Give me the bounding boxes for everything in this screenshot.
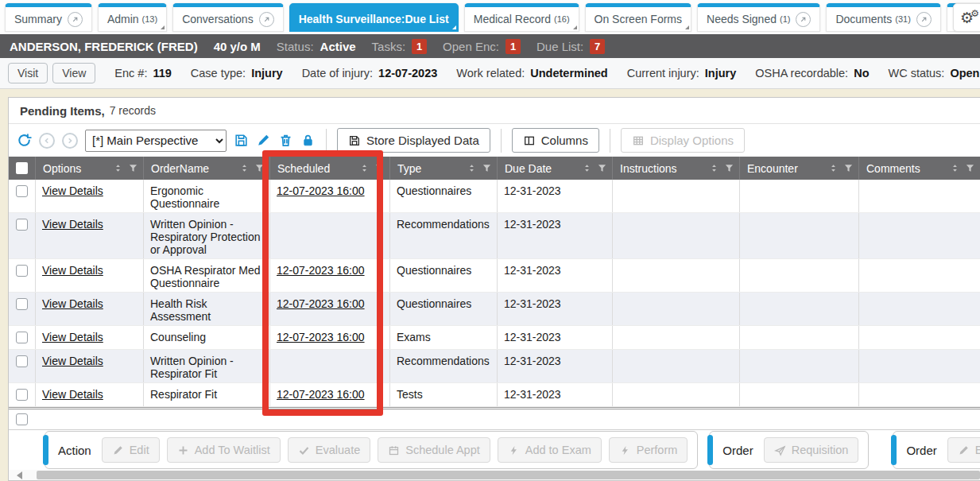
row-checkbox[interactable] — [16, 389, 28, 401]
tab-admin[interactable]: Admin (13) — [98, 3, 167, 32]
sort-icon[interactable] — [113, 163, 123, 173]
row-checkbox[interactable] — [16, 298, 28, 310]
filter-icon[interactable] — [965, 163, 975, 173]
visit-button[interactable]: Visit — [8, 63, 48, 83]
column-header-comments[interactable]: Comments — [859, 157, 980, 180]
filter-icon[interactable] — [597, 163, 607, 173]
column-header-options[interactable]: Options — [36, 157, 144, 180]
scheduled-link[interactable]: 12-07-2023 16:00 — [277, 264, 365, 277]
sort-icon[interactable] — [239, 163, 250, 173]
view-details-link[interactable]: View Details — [42, 297, 103, 310]
view-details-link[interactable]: View Details — [42, 264, 103, 277]
save-perspective-icon[interactable] — [234, 133, 249, 148]
requisition-button[interactable]: Requisition — [764, 437, 859, 463]
plus-icon — [177, 444, 189, 456]
encounter-cell — [740, 293, 859, 325]
next-perspective-button[interactable] — [62, 133, 78, 149]
scheduled-link[interactable]: 12-07-2023 16:00 — [277, 331, 365, 343]
column-header-scheduled[interactable]: Scheduled — [270, 157, 390, 180]
schedule-appt-button[interactable]: Schedule Appt — [378, 437, 490, 463]
grid-toolbar: [*] Main Perspective Store Displayed Dat… — [9, 124, 980, 157]
view-details-link[interactable]: View Details — [42, 388, 103, 401]
popout-icon[interactable] — [916, 12, 932, 27]
select-all-checkbox[interactable] — [16, 162, 28, 174]
group-accent-bar — [43, 435, 48, 465]
tab-documents[interactable]: Documents (31) — [826, 3, 940, 32]
popout-icon[interactable] — [796, 12, 811, 27]
tab-summary[interactable]: Summary — [5, 3, 92, 32]
sort-icon[interactable] — [950, 163, 960, 173]
scroll-left-arrow[interactable] — [17, 471, 22, 479]
row-checkbox[interactable] — [16, 185, 28, 197]
patient-name: ANDERSON, FREDERICK (FRED) — [10, 40, 198, 53]
perspective-select[interactable]: [*] Main Perspective — [85, 130, 227, 152]
tab-conversations[interactable]: Conversations — [172, 3, 284, 32]
scrollbar-thumb[interactable] — [37, 471, 980, 479]
filter-icon[interactable] — [254, 163, 265, 173]
refresh-button[interactable] — [17, 133, 32, 148]
settings-gears-button[interactable]: ⚙⚙ — [953, 3, 980, 32]
view-details-link[interactable]: View Details — [42, 331, 103, 343]
view-details-link[interactable]: View Details — [42, 355, 103, 367]
row-checkbox[interactable] — [16, 332, 28, 343]
filter-icon[interactable] — [482, 163, 492, 173]
action-group-label: Action — [58, 444, 91, 457]
columns-button[interactable]: Columns — [512, 128, 599, 153]
sort-icon[interactable] — [709, 163, 719, 173]
footer-checkbox[interactable] — [16, 413, 28, 425]
sort-icon[interactable] — [828, 163, 839, 173]
tab-on-screen-forms[interactable]: On Screen Forms — [585, 3, 691, 32]
save-icon — [348, 134, 361, 147]
type-cell: Exams — [390, 326, 498, 349]
view-button[interactable]: View — [52, 63, 95, 83]
column-header-type[interactable]: Type — [390, 157, 498, 180]
tab-health-surveillance-due-list[interactable]: Health Surveillance:Due List — [289, 3, 459, 32]
scheduled-link[interactable]: 12-07-2023 16:00 — [277, 297, 365, 310]
add-to-exam-button[interactable]: Add to Exam — [498, 437, 602, 463]
sort-icon[interactable] — [467, 163, 477, 173]
due-date-cell: 12-31-2023 — [498, 213, 613, 258]
table-row: View Details OSHA Respirator Med Questio… — [9, 259, 980, 293]
filter-icon[interactable] — [374, 163, 385, 173]
view-details-link[interactable]: View Details — [42, 184, 103, 197]
scheduled-link[interactable]: 12-07-2023 16:00 — [277, 184, 365, 197]
column-header-instructions[interactable]: Instructions — [613, 157, 740, 180]
edit-button[interactable]: Edit — [102, 437, 160, 463]
previous-perspective-button[interactable] — [39, 133, 55, 149]
tab-medical-record[interactable]: Medical Record (16) — [464, 3, 579, 32]
scheduled-link[interactable]: 12-07-2023 16:00 — [277, 388, 365, 401]
row-checkbox[interactable] — [16, 219, 28, 231]
view-details-link[interactable]: View Details — [42, 218, 103, 231]
filter-icon[interactable] — [843, 163, 854, 173]
perform-button[interactable]: Perform — [609, 437, 688, 463]
edit-perspective-icon[interactable] — [256, 133, 271, 148]
instructions-cell — [613, 259, 740, 292]
row-checkbox[interactable] — [16, 265, 28, 277]
store-displayed-data-button[interactable]: Store Displayed Data — [337, 128, 490, 153]
order-name-cell: Counseling — [144, 326, 270, 349]
tasks-label: Tasks: — [372, 40, 406, 53]
order-edit-button[interactable]: Edit — [947, 437, 980, 463]
evaluate-button[interactable]: Evaluate — [288, 437, 370, 463]
open-enc-count-badge[interactable]: 1 — [505, 39, 521, 54]
column-header-ordername[interactable]: OrderName — [144, 157, 270, 180]
sort-icon[interactable] — [582, 163, 592, 173]
filter-icon[interactable] — [724, 163, 734, 173]
table-row: View Details Written Opinion - Respirato… — [9, 350, 980, 383]
row-checkbox[interactable] — [16, 355, 28, 367]
lock-perspective-icon[interactable] — [300, 133, 316, 148]
column-header-due-date[interactable]: Due Date — [498, 157, 613, 180]
table-body: View Details Ergonomic Questionnaire 12-… — [9, 180, 980, 407]
delete-perspective-icon[interactable] — [278, 133, 293, 148]
popout-icon[interactable] — [259, 12, 274, 27]
tasks-count-badge[interactable]: 1 — [412, 39, 427, 54]
tab-needs-signed[interactable]: Needs Signed (1) — [697, 3, 820, 32]
sort-icon[interactable] — [359, 163, 370, 173]
filter-icon[interactable] — [128, 163, 138, 173]
add-to-waitlist-button[interactable]: Add To Waitlist — [167, 437, 281, 463]
display-options-button[interactable]: Display Options — [621, 128, 745, 153]
column-header-encounter[interactable]: Encounter — [740, 157, 859, 180]
popout-icon[interactable] — [68, 12, 83, 27]
type-cell: Tests — [390, 383, 498, 406]
due-list-count-badge[interactable]: 7 — [590, 39, 605, 54]
